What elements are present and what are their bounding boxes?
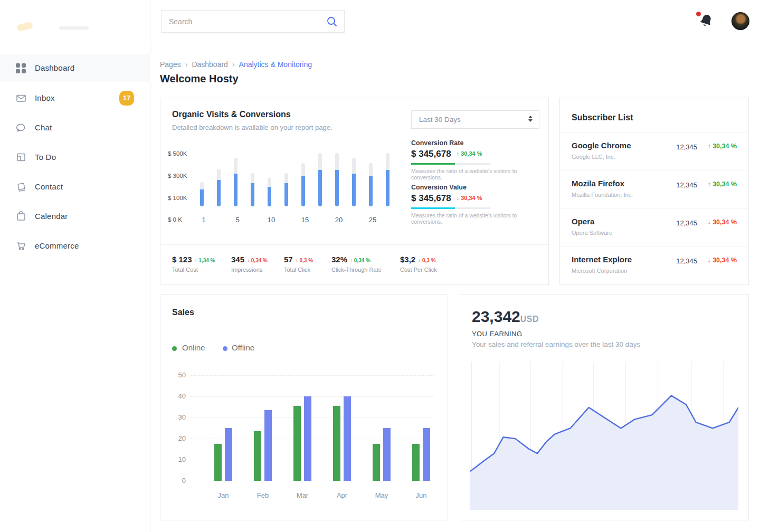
subscriber-row[interactable]: Google Chrome Google LLC, Inc. 12,345 ↑ …: [560, 132, 748, 170]
legend-label-offline: Offline: [232, 343, 254, 352]
organic-visits-card: Organic Visits & Conversions Detailed br…: [160, 98, 549, 285]
sidebar-item-contact[interactable]: Contact: [0, 173, 150, 201]
divider: [160, 328, 448, 328]
conversion-value-value: $ 345,678↓ 30,34 %: [411, 193, 482, 204]
subscriber-row[interactable]: Internet Explore Microsoft Corporation 1…: [560, 246, 748, 284]
subscriber-delta: ↑ 30,34 %: [707, 142, 737, 150]
divider: [160, 244, 548, 245]
bar-visits: [234, 174, 238, 206]
user-avatar[interactable]: [732, 12, 749, 30]
browser-company: Mozilla Foundation, Inc.: [572, 192, 633, 198]
bar-offline: [264, 410, 272, 481]
sidebar-item-chat[interactable]: Chat: [0, 114, 150, 141]
conversion-value-caption: Measures the ratio of a website's visito…: [411, 212, 548, 225]
notification-bell-icon[interactable]: [698, 13, 715, 30]
sidebar-item-label: Calendar: [35, 212, 68, 221]
logo-text-ghost: [59, 26, 89, 30]
subscriber-row[interactable]: Mozila Firefox Mozilla Foundation, Inc. …: [560, 170, 748, 208]
search-icon[interactable]: [326, 16, 338, 27]
browser-company: Opera Software: [572, 230, 612, 236]
bar-visits: [284, 183, 288, 206]
sidebar-item-ecommerce[interactable]: eCommerce: [0, 232, 150, 260]
x-axis-tick: May: [375, 491, 388, 499]
subscriber-card-title: Subscriber List: [572, 113, 633, 122]
breadcrumb-pages[interactable]: Pages: [160, 60, 181, 69]
bar-offline: [383, 428, 391, 481]
organic-bar-chart: [200, 143, 403, 206]
dashboard-page: Dashboard Inbox 17 Chat To Do Cont: [0, 0, 760, 532]
y-axis-tick: 30: [166, 413, 186, 421]
y-axis-label: $ 100K: [168, 195, 195, 201]
x-axis-tick: 5: [235, 216, 239, 224]
sidebar-item-inbox[interactable]: Inbox 17: [0, 84, 150, 112]
organic-card-subtitle: Detailed breakdown is available on your …: [172, 124, 332, 131]
notification-dot: [696, 12, 701, 16]
sidebar-item-todo[interactable]: To Do: [0, 144, 150, 171]
stat-cpc: $3,2↓ 0,3 % Cost Per Click: [400, 255, 436, 264]
breadcrumb-separator: ›: [232, 60, 235, 69]
y-axis-tick: 50: [166, 371, 186, 379]
sales-card-title: Sales: [172, 308, 194, 317]
browser-name: Opera: [572, 217, 594, 226]
earning-description: Your sales and referral earnings over th…: [472, 340, 640, 348]
earning-currency: USD: [520, 315, 539, 324]
conversion-rate-value: $ 345,678↑ 30,34 %: [411, 149, 482, 159]
sales-card: Sales Online Offline 50403020100 JanFebM…: [160, 294, 448, 520]
search-input[interactable]: [169, 11, 322, 32]
stat-ctr: 32%↑ 0,34 % Click-Through Rate: [331, 255, 370, 264]
subscriber-delta: ↑ 30,34 %: [707, 180, 737, 188]
subscriber-count: 12,345: [676, 219, 697, 227]
contact-book-icon: [16, 182, 26, 192]
sidebar: Dashboard Inbox 17 Chat To Do Cont: [0, 0, 150, 532]
earnings-card: 23,342USD YOU EARNING Your sales and ref…: [460, 294, 749, 520]
conversion-value-label: Conversion Value: [411, 184, 467, 191]
breadcrumb-dashboard[interactable]: Dashboard: [192, 60, 228, 69]
subscriber-count: 12,345: [676, 257, 697, 265]
sidebar-item-calendar[interactable]: Calendar: [0, 203, 150, 230]
todo-layout-icon: [16, 152, 26, 163]
conversion-value-delta: ↓ 30,34 %: [457, 195, 482, 201]
breadcrumb: Pages›Dashboard›Analytics & Monitoring: [160, 60, 312, 69]
bar-online: [412, 444, 420, 481]
y-axis-label: $ 500K: [168, 150, 195, 157]
bar-visits: [386, 170, 390, 206]
shopping-cart-icon: [16, 241, 26, 251]
legend-label-online: Online: [182, 343, 205, 352]
subscriber-count: 12,345: [676, 143, 697, 151]
bar-visits: [217, 180, 221, 206]
sidebar-item-label: To Do: [35, 153, 56, 162]
sidebar-item-dashboard[interactable]: Dashboard: [0, 54, 150, 82]
select-arrows-icon: [528, 116, 533, 122]
subscriber-count: 12,345: [676, 181, 697, 189]
y-axis-tick: 20: [166, 434, 186, 442]
sidebar-item-label: Contact: [35, 182, 63, 191]
chat-bubble-icon: [16, 122, 26, 133]
x-axis-tick: Jun: [416, 491, 427, 499]
sidebar-item-label: Chat: [35, 123, 52, 132]
breadcrumb-separator: ›: [185, 60, 188, 69]
y-axis-label: $ 300K: [168, 173, 195, 179]
bar-online: [214, 444, 222, 481]
bar-visits: [318, 170, 322, 206]
period-select[interactable]: Last 30 Days: [411, 110, 539, 129]
y-axis-tick: 40: [166, 392, 186, 400]
browser-name: Google Chrome: [572, 141, 631, 150]
page-title: Welcome Hosty: [160, 73, 239, 85]
bar-visits: [251, 183, 254, 206]
gridline: [191, 375, 434, 376]
bar-offline: [423, 428, 430, 481]
conversion-rate-caption: Measures the ratio of a website's visito…: [411, 168, 548, 180]
gridline: [191, 396, 434, 397]
subscriber-row[interactable]: Opera Opera Software 12,345 ↓ 30,34 %: [560, 208, 748, 246]
sidebar-item-label: Dashboard: [35, 63, 74, 72]
breadcrumb-analytics[interactable]: Analytics & Monitoring: [239, 60, 312, 69]
bar-online: [293, 406, 301, 481]
area-fill: [470, 396, 738, 510]
conversion-rate-progress: [411, 163, 490, 165]
x-axis-tick: 20: [335, 216, 343, 224]
browser-company: Microsoft Corporation: [572, 268, 627, 274]
logo: [0, 0, 150, 42]
x-axis-tick: 10: [268, 216, 275, 224]
gridline: [191, 481, 434, 481]
bar-online: [254, 431, 261, 481]
